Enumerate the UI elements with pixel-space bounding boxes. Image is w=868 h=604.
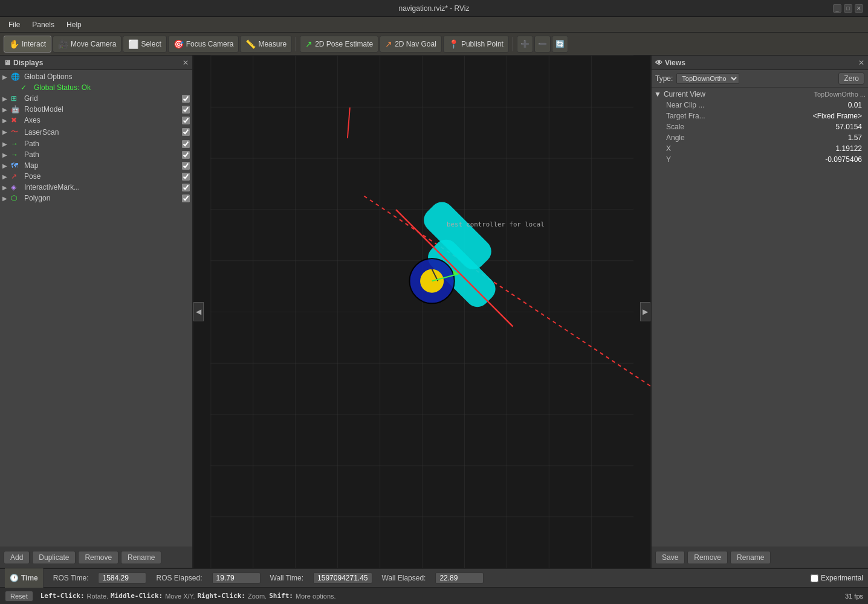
reset-view-button[interactable]: 🔄 <box>552 36 568 53</box>
main-layout: 🖥 Displays ✕ ▶ 🌐 Global Options ✓ Global… <box>0 56 868 568</box>
y-val: -0.0975406 <box>825 155 862 164</box>
measure-button[interactable]: 📏 Measure <box>240 36 292 53</box>
viewport-arrow-right[interactable]: ▶ <box>640 302 650 321</box>
pose-checkbox[interactable] <box>182 173 190 181</box>
focus-camera-button[interactable]: 🎯 Focus Camera <box>168 36 239 53</box>
path2-checkbox[interactable] <box>182 151 190 159</box>
select-button[interactable]: ⬜ Select <box>123 36 166 53</box>
maximize-button[interactable]: □ <box>844 4 852 13</box>
measure-icon: 📏 <box>245 39 256 49</box>
window-title: navigation.rviz* - RViz <box>399 4 470 13</box>
imark-checkbox[interactable] <box>182 184 190 191</box>
y-key: Y <box>666 155 825 164</box>
display-item-pose[interactable]: ▶ ↗ Pose <box>0 171 192 182</box>
close-button[interactable]: ✕ <box>855 4 863 13</box>
viewport[interactable]: best controller for local ◀ ▶ <box>193 56 650 568</box>
angle-key: Angle <box>666 133 848 142</box>
current-view-type: TopDownOrtho ... <box>814 91 866 98</box>
angle-val: 1.57 <box>848 133 862 142</box>
views-zero-button[interactable]: Zero <box>838 72 864 85</box>
near-clip-key: Near Clip ... <box>666 101 848 109</box>
measure-label: Measure <box>258 40 287 48</box>
interact-button[interactable]: ✋ Interact <box>4 36 51 53</box>
robot-label: RobotModel <box>24 105 180 114</box>
target-frame-key: Target Fra... <box>666 112 813 120</box>
laser-icon: 〜 <box>11 127 22 137</box>
scale-val: 57.0154 <box>836 123 862 131</box>
2d-pose-label: 2D Pose Estimate <box>315 40 373 48</box>
select-label: Select <box>141 40 161 48</box>
publish-point-button[interactable]: 📍 Publish Point <box>443 36 509 53</box>
displays-list: ▶ 🌐 Global Options ✓ Global Status: Ok ▶… <box>0 70 192 547</box>
current-view-arrow: ▼ <box>654 90 661 98</box>
minimize-button[interactable]: _ <box>833 4 841 13</box>
grid-checkbox[interactable] <box>182 95 190 103</box>
wall-elapsed-label: Wall Elapsed: <box>382 574 426 582</box>
polygon-checkbox[interactable] <box>182 194 190 202</box>
reset-view-icon: 🔄 <box>555 40 565 48</box>
ros-elapsed-value: 19.79 <box>212 573 261 583</box>
plus-button[interactable]: ➕ <box>517 36 533 53</box>
menu-file[interactable]: File <box>2 19 26 30</box>
2d-pose-button[interactable]: ↗ 2D Pose Estimate <box>300 36 378 53</box>
2d-nav-button[interactable]: ↗ 2D Nav Goal <box>380 36 442 53</box>
display-item-path1[interactable]: ▶ → Path <box>0 138 192 149</box>
remove-view-button[interactable]: Remove <box>687 551 728 564</box>
move-camera-button[interactable]: 🎥 Move Camera <box>53 36 121 53</box>
map-checkbox[interactable] <box>182 162 190 170</box>
path1-checkbox[interactable] <box>182 140 190 148</box>
toolbar: ✋ Interact 🎥 Move Camera ⬜ Select 🎯 Focu… <box>0 33 868 56</box>
plus-icon: ➕ <box>520 40 530 48</box>
add-display-button[interactable]: Add <box>4 551 30 564</box>
displays-title: 🖥 Displays <box>4 59 43 67</box>
minus-button[interactable]: ➖ <box>534 36 551 53</box>
rename-view-button[interactable]: Rename <box>730 551 771 564</box>
views-bottom-buttons: Save Remove Rename <box>652 547 868 568</box>
save-view-button[interactable]: Save <box>655 551 685 564</box>
laser-checkbox[interactable] <box>182 128 190 136</box>
axes-icon: ✖ <box>11 116 22 124</box>
display-item-axes[interactable]: ▶ ✖ Axes <box>0 115 192 126</box>
reset-button[interactable]: Reset <box>5 591 33 602</box>
display-item-laser-scan[interactable]: ▶ 〜 LaserScan <box>0 126 192 138</box>
display-item-global-status[interactable]: ✓ Global Status: Ok <box>0 82 192 93</box>
display-item-robot-model[interactable]: ▶ 🤖 RobotModel <box>0 104 192 115</box>
menu-panels[interactable]: Panels <box>26 19 60 30</box>
focus-camera-icon: 🎯 <box>173 39 184 49</box>
display-item-global-options[interactable]: ▶ 🌐 Global Options <box>0 71 192 82</box>
shift-action: More options. <box>296 593 336 600</box>
middle-click-action: Move X/Y. <box>165 593 195 600</box>
display-item-path2[interactable]: ▶ → Path <box>0 149 192 160</box>
display-item-interactive-mark[interactable]: ▶ ◈ InteractiveMark... <box>0 182 192 193</box>
ros-time-label: ROS Time: <box>53 574 89 582</box>
ros-time-value: 1584.29 <box>98 573 146 583</box>
views-type-select[interactable]: TopDownOrtho Orbit FPS <box>676 73 739 84</box>
view-prop-target-frame: Target Fra... <Fixed Frame> <box>654 111 866 121</box>
axes-checkbox[interactable] <box>182 117 190 124</box>
path1-icon: → <box>11 140 22 148</box>
displays-title-label: Displays <box>13 59 43 67</box>
remove-display-button[interactable]: Remove <box>78 551 118 564</box>
displays-close-button[interactable]: ✕ <box>183 59 189 67</box>
target-frame-val: <Fixed Frame> <box>813 112 862 120</box>
views-panel-icon: 👁 <box>655 59 662 67</box>
views-close-button[interactable]: ✕ <box>858 59 864 67</box>
rename-display-button[interactable]: Rename <box>121 551 161 564</box>
view-prop-y: Y -0.0975406 <box>654 154 866 165</box>
robot-checkbox[interactable] <box>182 106 190 114</box>
pose-label: Pose <box>24 172 180 181</box>
2d-pose-icon: ↗ <box>305 39 313 49</box>
display-item-map[interactable]: ▶ 🗺 Map <box>0 160 192 171</box>
pose-expand: ▶ <box>2 173 11 180</box>
experimental-checkbox[interactable] <box>811 574 818 582</box>
views-type-label: Type: <box>655 74 673 83</box>
display-item-polygon[interactable]: ▶ ⬡ Polygon <box>0 193 192 204</box>
imark-icon: ◈ <box>11 183 22 191</box>
display-item-grid[interactable]: ▶ ⊞ Grid <box>0 93 192 104</box>
duplicate-display-button[interactable]: Duplicate <box>32 551 76 564</box>
viewport-arrow-left[interactable]: ◀ <box>193 302 204 321</box>
right-click-action: Zoom. <box>248 593 267 600</box>
menu-help[interactable]: Help <box>60 19 88 30</box>
status-bar: Reset Left-Click: Rotate. Middle-Click: … <box>0 587 868 604</box>
2d-nav-icon: ↗ <box>385 39 392 49</box>
